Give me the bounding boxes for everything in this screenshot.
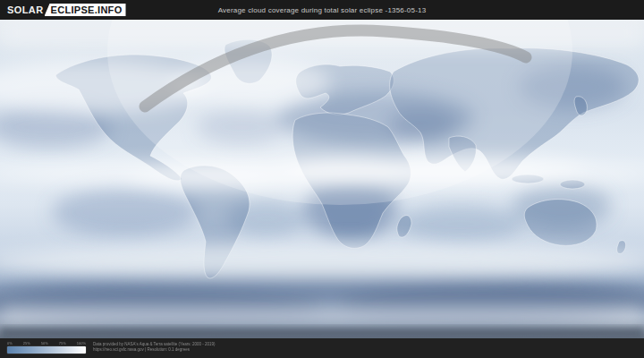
legend-label-50: 50% [41, 341, 48, 345]
antarctic-rim [0, 328, 644, 338]
world-map-svg [0, 20, 644, 338]
site-logo[interactable]: SOLAR ECLIPSE.INFO [7, 0, 126, 20]
attribution-line-2: https://neo.sci.gsfc.nasa.gov | Resoluti… [93, 347, 218, 353]
legend-label-0: 0% [7, 341, 13, 345]
attribution: Data provided by NASA's Aqua & Terra sat… [93, 342, 218, 354]
top-bar: Average cloud coverage during total sola… [0, 0, 644, 20]
page: Average cloud coverage during total sola… [0, 0, 644, 358]
logo-text-solar: SOLAR [7, 4, 44, 15]
legend-label-75: 75% [59, 341, 66, 345]
bottom-bar: 0% 25% 50% 75% 100% Data provided by NAS… [0, 338, 644, 358]
logo-text-eclipse-info: ECLIPSE.INFO [45, 4, 126, 16]
legend-tick-labels: 0% 25% 50% 75% 100% [7, 341, 86, 345]
legend-label-100: 100% [77, 341, 86, 345]
world-map [0, 20, 644, 338]
legend-label-25: 25% [23, 341, 30, 345]
cloud-coverage-legend: 0% 25% 50% 75% 100% [7, 341, 86, 354]
colorbar-gradient [7, 346, 86, 354]
